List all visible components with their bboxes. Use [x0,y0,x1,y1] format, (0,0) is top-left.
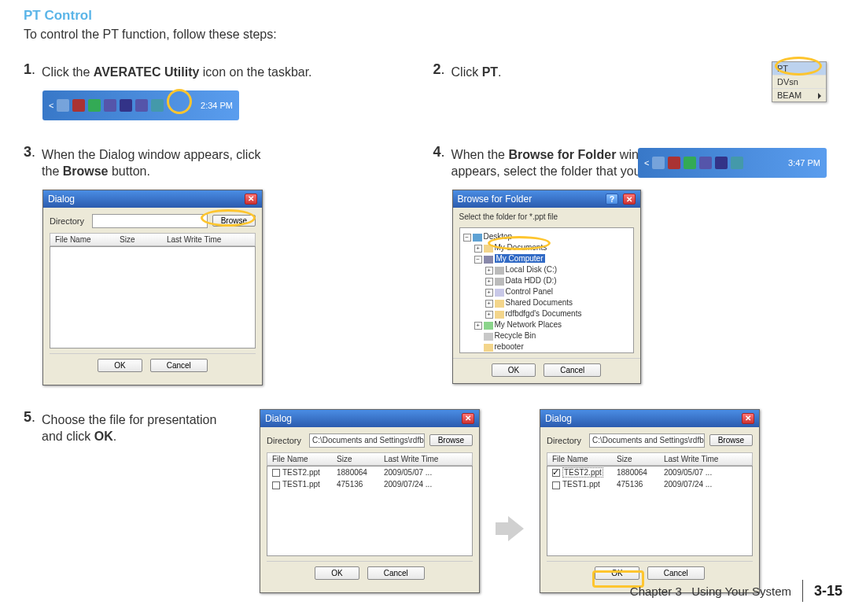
dialog-window-empty: Dialog ✕ Directory Browse File Name Size… [42,190,263,385]
step-number-5: 5. [24,409,35,426]
folder-icon [484,344,493,352]
tray-chevron-icon: < [49,101,53,110]
browse-button[interactable]: Browse [212,215,256,227]
disk-icon [495,278,504,286]
checkbox-icon[interactable] [272,481,280,489]
step-number-4: 4. [433,144,445,161]
browse-button[interactable]: Browse [429,434,473,446]
help-icon[interactable]: ? [606,194,618,205]
menu-item-pt[interactable]: PT [772,62,826,76]
menu-item-beam[interactable]: BEAM [772,89,826,101]
tray-icon [120,99,132,112]
taskbar-screenshot-1: < 2:34 PM [42,90,239,120]
tree-node-selected[interactable]: My Computer [495,254,545,263]
computer-icon [484,256,493,264]
folder-tree[interactable]: −Desktop +My Documents −My Computer +Loc… [459,227,634,353]
list-item[interactable]: TEST2.ppt 1880064 2009/05/07 ... [267,467,472,478]
ok-button[interactable]: OK [315,566,359,580]
tree-expand-icon[interactable]: + [474,322,482,330]
browse-button[interactable]: Browse [709,434,753,446]
tray-chevron-icon: < [644,158,649,168]
directory-label: Directory [547,436,584,445]
step5-text: Choose the file for presentation and cli… [42,409,216,445]
dialog-title: Browse for Folder [458,194,532,205]
desktop-icon [473,234,482,242]
ok-button[interactable]: OK [98,359,142,372]
dialog-title: Dialog [265,413,292,424]
taskbar-screenshot-2: < 3:47 PM [638,148,827,178]
list-item[interactable]: TEST1.ppt 475136 2009/07/24 ... [547,478,752,490]
chevron-right-icon [818,93,821,99]
file-list[interactable]: TEST2.ppt 1880064 2009/05/07 ... TEST1.p… [267,466,473,556]
tree-collapse-icon[interactable]: − [474,256,482,264]
close-icon[interactable]: ✕ [742,413,754,424]
cancel-button[interactable]: Cancel [544,363,601,377]
close-icon[interactable]: ✕ [623,194,636,205]
checkbox-checked-icon[interactable] [552,469,560,477]
close-icon[interactable]: ✕ [245,194,257,205]
tray-icon [151,99,164,112]
tree-expand-icon[interactable]: + [485,267,493,275]
file-list-empty [50,246,256,349]
list-header: File Name Size Last Write Time [50,233,256,246]
recycle-bin-icon [484,333,493,341]
dialog-window-filelist-b: Dialog ✕ Directory C:\Documents and Sett… [540,409,760,593]
folder-icon [495,300,504,308]
tree-expand-icon[interactable]: + [485,289,493,297]
dialog-subtitle: Select the folder for *.ppt file [453,208,640,227]
menu-item-dvsn[interactable]: DVsn [772,76,826,89]
tray-icon [699,157,712,169]
tray-icon [57,99,69,112]
directory-label: Directory [267,436,304,445]
tray-clock: 2:34 PM [201,101,233,110]
tree-expand-icon[interactable]: + [485,300,493,308]
file-list[interactable]: TEST2.ppt 1880064 2009/05/07 ... TEST1.p… [547,466,753,556]
tray-icon [104,99,116,112]
list-item[interactable]: TEST1.ppt 475136 2009/07/24 ... [267,478,472,490]
tray-icon [684,157,696,169]
highlight-oval [167,89,192,114]
browse-for-folder-window: Browse for Folder ? ✕ Select the folder … [452,190,641,385]
step-number-3: 3. [24,144,35,161]
cancel-button[interactable]: Cancel [150,359,208,372]
tray-icon [715,157,728,169]
tray-icon [652,157,665,169]
tree-collapse-icon[interactable]: − [463,234,471,242]
intro-text: To control the PT function, follow these… [24,28,842,42]
checkbox-icon[interactable] [272,469,280,477]
directory-label: Directory [50,216,87,226]
tray-icon [668,157,680,169]
tree-expand-icon[interactable]: + [485,311,493,319]
directory-input[interactable] [92,214,208,228]
directory-input[interactable]: C:\Documents and Settings\rdfbdfgd\M [309,433,425,448]
step3-text: When the Dialog window appears, click th… [42,144,260,180]
tree-expand-icon[interactable]: + [474,245,482,253]
disk-icon [495,267,504,275]
list-header: File Name Size Last Write Time [267,452,473,466]
arrow-right-icon [496,461,524,541]
tree-expand-icon[interactable]: + [485,278,493,286]
page-footer: Chapter 3 Using Your System 3-15 [630,580,842,602]
step-number-2: 2. [433,61,445,79]
tray-clock: 3:47 PM [788,158,820,168]
ok-button[interactable]: OK [595,566,639,580]
network-icon [484,322,493,330]
step2-text: Click PT. [451,61,502,81]
tray-icon [731,157,743,169]
list-item[interactable]: TEST2.ppt 1880064 2009/05/07 ... [547,467,752,478]
cancel-button[interactable]: Cancel [647,566,705,580]
cancel-button[interactable]: Cancel [367,566,425,580]
step-number-1: 1. [24,61,35,79]
tray-icon [72,99,85,112]
ok-button[interactable]: OK [492,363,536,377]
list-header: File Name Size Last Write Time [547,452,753,466]
close-icon[interactable]: ✕ [462,413,474,424]
control-panel-icon [495,289,504,297]
folder-icon [495,311,504,319]
checkbox-icon[interactable] [552,481,560,489]
step1-text: Click the AVERATEC Utility icon on the t… [42,61,312,81]
directory-input[interactable]: C:\Documents and Settings\rdfbdfgd\M [589,433,705,448]
section-title: PT Control [24,8,842,24]
tray-icon [135,99,148,112]
tray-icon [88,99,101,112]
